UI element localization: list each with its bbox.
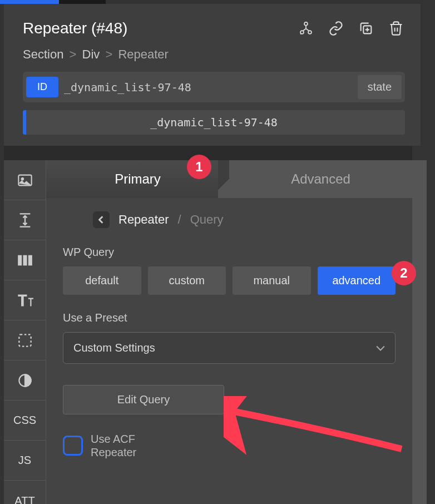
svg-point-5 [21,177,23,180]
sub-breadcrumb-current: Query [190,213,224,227]
sidebar-item-att[interactable]: ATT [4,481,46,504]
id-value[interactable]: _dynamic_list-97-48 [64,81,352,94]
query-btn-manual[interactable]: manual [233,266,311,295]
preset-select[interactable]: Custom Settings [63,332,396,364]
left-edge [0,4,4,504]
duplicate-icon[interactable] [357,19,375,37]
class-row-accent [23,110,26,135]
id-row: ID _dynamic_list-97-48 state [23,72,405,102]
acf-checkbox[interactable] [63,436,83,456]
tab-advanced[interactable]: Advanced [229,160,412,198]
chevron-down-icon [376,345,385,351]
sub-breadcrumb-parent[interactable]: Repeater [118,213,169,227]
query-btn-default[interactable]: default [63,266,141,295]
svg-rect-6 [18,255,22,265]
property-sidebar: CSS JS ATT [4,160,46,504]
svg-point-0 [304,22,308,26]
sidebar-item-typography[interactable] [4,280,46,320]
tabs: Primary Advanced [46,160,412,198]
top-strip [0,0,435,4]
top-strip-active [0,0,59,4]
annotation-badge-1: 1 [187,155,211,179]
svg-rect-9 [19,334,31,346]
sidebar-item-effects[interactable] [4,360,46,401]
sub-breadcrumb-separator: / [178,213,181,227]
right-edge-light [412,160,427,504]
breadcrumb-item[interactable]: Section [23,47,63,61]
sidebar-item-border[interactable] [4,320,46,360]
breadcrumb-current: Repeater [118,47,169,61]
breadcrumb: Section > Div > Repeater [23,47,405,62]
back-button[interactable] [93,211,110,228]
preset-label: Use a Preset [63,312,396,324]
sub-breadcrumb: Repeater / Query [63,211,396,228]
sidebar-item-spacing[interactable] [4,200,46,240]
wp-query-options: default custom manual advanced [63,266,396,295]
id-badge[interactable]: ID [26,77,58,97]
structure-icon[interactable] [297,19,315,37]
query-btn-custom[interactable]: custom [148,266,226,295]
query-btn-advanced[interactable]: advanced [318,266,396,295]
acf-checkbox-row: Use ACF Repeater [63,432,396,459]
svg-rect-7 [23,255,27,265]
panel-body: Repeater / Query WP Query default custom… [46,198,412,472]
class-value: _dynamic_list-97-48 [150,116,278,129]
sidebar-item-css[interactable]: CSS [4,401,46,441]
sidebar-item-image[interactable] [4,160,46,200]
sidebar-item-columns[interactable] [4,240,46,280]
element-header: Repeater (#48) Section > Div > [4,4,421,146]
main-panel: Primary Advanced Repeater / Query WP Que… [46,160,412,504]
annotation-badge-2: 2 [392,261,416,285]
state-button[interactable]: state [358,75,402,99]
breadcrumb-item[interactable]: Div [82,47,100,61]
svg-rect-8 [28,255,32,265]
link-icon[interactable] [327,19,345,37]
class-row[interactable]: _dynamic_list-97-48 [23,110,405,135]
element-title: Repeater (#48) [23,19,127,37]
preset-selected-value: Custom Settings [73,342,155,354]
wp-query-label: WP Query [63,246,396,259]
breadcrumb-separator: > [105,47,112,61]
acf-checkbox-label: Use ACF Repeater [91,432,136,459]
breadcrumb-separator: > [70,47,77,61]
top-strip-dark [59,0,106,4]
trash-icon[interactable] [387,19,405,37]
sidebar-item-js[interactable]: JS [4,441,46,481]
edit-query-button[interactable]: Edit Query [63,385,224,414]
